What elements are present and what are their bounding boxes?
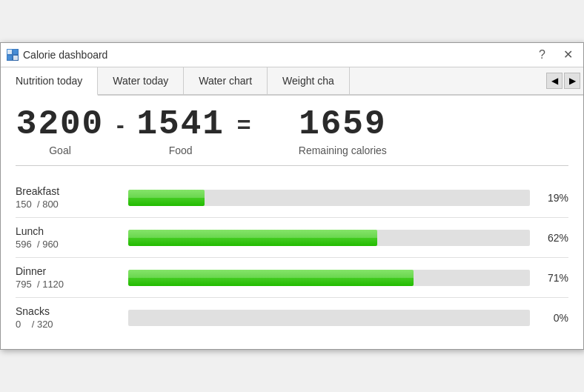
tab-water-chart[interactable]: Water chart	[184, 67, 268, 94]
progress-bar-lunch	[128, 230, 530, 246]
food-label: Food	[169, 144, 193, 156]
svg-rect-1	[13, 50, 18, 54]
meal-info-dinner: Dinner 795 / 1120	[16, 265, 119, 290]
meal-calories-breakfast: 150 / 800	[16, 199, 119, 210]
meal-info-lunch: Lunch 596 / 960	[16, 225, 119, 250]
main-window: Calorie dashboard ? ✕ Nutrition today Wa…	[0, 42, 584, 350]
tab-water-today[interactable]: Water today	[98, 67, 184, 94]
food-group: 1541 Food	[136, 107, 225, 156]
goal-label: Goal	[49, 144, 71, 156]
meal-row-dinner: Dinner 795 / 1120 71%	[16, 258, 568, 298]
progress-fill-dinner	[128, 270, 414, 286]
svg-rect-0	[7, 50, 12, 54]
close-button[interactable]: ✕	[559, 47, 577, 62]
food-value: 1541	[136, 107, 224, 142]
minus-operator: -	[104, 111, 136, 139]
calorie-summary: 3200 Goal - 1541 Food = 1659 Remaining c…	[16, 107, 568, 166]
remaining-value: 1659	[299, 107, 386, 142]
progress-fill-lunch	[128, 230, 377, 246]
tab-bar: Nutrition today Water today Water chart …	[1, 67, 583, 96]
svg-rect-2	[7, 56, 12, 60]
meal-info-breakfast: Breakfast 150 / 800	[16, 185, 119, 210]
meal-percent-snacks: 0%	[539, 312, 568, 324]
help-button[interactable]: ?	[534, 47, 550, 62]
meal-percent-dinner: 71%	[539, 272, 568, 284]
tab-prev-button[interactable]: ◀	[546, 73, 563, 89]
meal-calories-dinner: 795 / 1120	[16, 279, 119, 290]
app-icon	[7, 49, 19, 61]
goal-group: 3200 Goal	[16, 107, 104, 156]
window-title: Calorie dashboard	[23, 49, 530, 61]
tab-next-button[interactable]: ▶	[564, 73, 580, 89]
meal-info-snacks: Snacks 0 / 320	[16, 305, 119, 330]
remaining-group: 1659 Remaining calories	[276, 107, 409, 156]
meal-calories-lunch: 596 / 960	[16, 239, 119, 250]
meal-name-snacks: Snacks	[16, 305, 119, 317]
tab-weight-chart[interactable]: Weight cha	[268, 67, 350, 94]
remaining-label: Remaining calories	[299, 144, 387, 156]
progress-fill-breakfast	[128, 190, 205, 206]
progress-bar-snacks	[128, 310, 530, 326]
meal-row-lunch: Lunch 596 / 960 62%	[16, 218, 568, 258]
meal-row-snacks: Snacks 0 / 320 0%	[16, 298, 568, 337]
content-area: 3200 Goal - 1541 Food = 1659 Remaining c…	[1, 96, 583, 349]
meal-row-breakfast: Breakfast 150 / 800 19%	[16, 178, 568, 218]
meal-percent-lunch: 62%	[539, 232, 568, 244]
meal-name-dinner: Dinner	[16, 265, 119, 277]
title-bar: Calorie dashboard ? ✕	[1, 43, 583, 67]
meals-list: Breakfast 150 / 800 19% Lunch 596 / 960	[16, 178, 568, 337]
progress-bar-breakfast	[128, 190, 530, 206]
tab-navigation: ◀ ▶	[546, 73, 583, 89]
meal-calories-snacks: 0 / 320	[16, 319, 119, 330]
title-bar-controls: ? ✕	[534, 47, 577, 62]
svg-rect-3	[13, 56, 18, 60]
equals-operator: =	[225, 111, 262, 139]
tab-nutrition-today[interactable]: Nutrition today	[1, 67, 98, 96]
progress-bar-dinner	[128, 270, 530, 286]
meal-name-lunch: Lunch	[16, 225, 119, 237]
meal-percent-breakfast: 19%	[539, 192, 568, 204]
goal-value: 3200	[16, 107, 104, 142]
meal-name-breakfast: Breakfast	[16, 185, 119, 197]
